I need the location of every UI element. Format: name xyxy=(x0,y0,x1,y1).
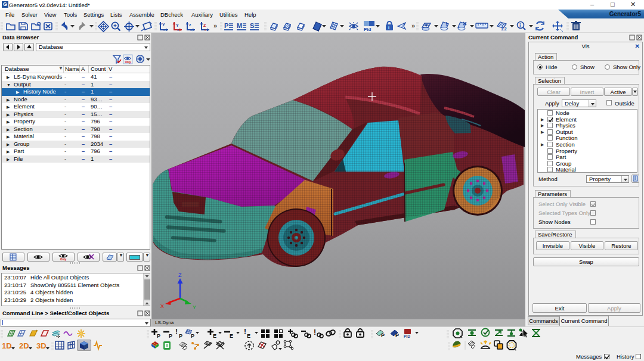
svg-text:2D: 2D xyxy=(19,341,29,350)
svg-text:Y: Y xyxy=(193,304,196,310)
svg-text:x: x xyxy=(163,28,165,32)
svg-text:E: E xyxy=(230,333,233,339)
svg-text:PID: PID xyxy=(404,334,410,338)
svg-text:Pid: Pid xyxy=(364,27,371,32)
svg-text:S: S xyxy=(250,22,254,29)
svg-text:P: P xyxy=(157,333,160,339)
svg-text:1.2: 1.2 xyxy=(501,27,507,31)
svg-text:M: M xyxy=(237,22,242,29)
svg-text:Y: Y xyxy=(162,23,165,27)
svg-text:P: P xyxy=(381,332,385,338)
svg-text:x: x xyxy=(190,28,192,32)
svg-text:x: x xyxy=(205,28,206,32)
svg-text:Y: Y xyxy=(176,23,179,27)
svg-text:Only: Only xyxy=(125,61,131,64)
svg-text:E: E xyxy=(213,333,216,339)
svg-text:Only: Only xyxy=(60,258,66,261)
svg-text:1D: 1D xyxy=(2,341,12,350)
svg-text:»: » xyxy=(213,22,217,29)
svg-text:E: E xyxy=(247,333,250,339)
svg-text:P: P xyxy=(179,333,182,339)
svg-text:!: ! xyxy=(244,328,246,336)
svg-text:Z: Z xyxy=(178,272,182,278)
svg-text:z: z xyxy=(189,23,191,27)
svg-text:!: ! xyxy=(175,328,178,336)
svg-text:P: P xyxy=(169,333,172,339)
svg-text:X: X xyxy=(160,303,164,309)
svg-text:P: P xyxy=(395,332,399,338)
svg-text:!: ! xyxy=(314,328,316,337)
svg-text:i: i xyxy=(388,26,389,30)
svg-text:»: » xyxy=(411,22,415,29)
svg-text:P: P xyxy=(191,333,194,339)
svg-text:!: ! xyxy=(445,21,447,27)
svg-text:x: x xyxy=(177,28,179,32)
svg-text:3D: 3D xyxy=(36,341,47,350)
svg-text:Z: Z xyxy=(203,23,206,27)
svg-text:i: i xyxy=(519,23,521,29)
svg-text:P: P xyxy=(224,22,228,29)
